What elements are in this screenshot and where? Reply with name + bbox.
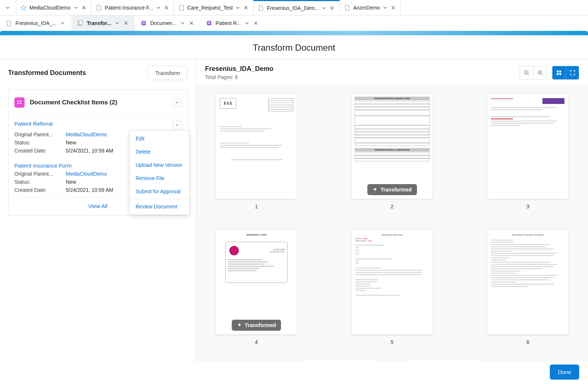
parent-link[interactable]: MediaCloudDemo: [66, 171, 107, 177]
top-tab-patient-insurance[interactable]: Patient Insurance F...: [92, 0, 174, 15]
document-title: Fresenius_IDA_Demo: [205, 65, 273, 73]
sub-tab-patient-r[interactable]: Patient R...: [200, 15, 265, 31]
field-label: Created Date:: [14, 187, 66, 193]
menu-delete[interactable]: Delete: [130, 145, 189, 158]
tab-label: MediaCloudDemo: [29, 5, 71, 11]
close-icon[interactable]: [189, 21, 194, 25]
svg-rect-10: [17, 103, 18, 104]
page-thumbnail-5[interactable]: Discharge Summary FacilityKaiser Patient…: [352, 230, 433, 334]
checklist-item-link[interactable]: Patient Referral: [14, 121, 53, 127]
close-icon[interactable]: [164, 6, 169, 10]
tab-label: Documen...: [150, 20, 177, 26]
parent-link[interactable]: MediaCloudDemo: [66, 132, 107, 137]
svg-rect-4: [143, 23, 145, 24]
checklist-collapse-button[interactable]: [173, 98, 182, 107]
date-value: 5/24/2021, 10:59 AM: [66, 148, 113, 154]
svg-rect-20: [559, 71, 561, 72]
sub-tab-document[interactable]: Documen...: [135, 15, 200, 31]
transform-button[interactable]: Transform: [147, 66, 188, 80]
top-tab-care-request[interactable]: Care_Request_Test: [174, 0, 254, 15]
menu-edit[interactable]: Edit: [130, 132, 189, 145]
app-menu-button[interactable]: [0, 0, 16, 15]
field-label: Status:: [14, 179, 66, 185]
close-icon[interactable]: [330, 6, 335, 10]
page-number: 3: [487, 203, 568, 209]
chevron-down-icon: [6, 6, 11, 10]
zoom-out-button[interactable]: [520, 66, 533, 79]
svg-rect-22: [559, 73, 561, 75]
field-label: Original Parent...: [14, 171, 66, 177]
chevron-down-icon[interactable]: [236, 6, 241, 10]
svg-rect-7: [208, 23, 210, 24]
checklist-item-menu-button[interactable]: [173, 121, 182, 129]
star-icon: [21, 5, 26, 11]
chevron-down-icon[interactable]: [115, 21, 120, 25]
page-thumbnail-1[interactable]: FAX: [216, 94, 297, 199]
chevron-down-icon[interactable]: [156, 6, 161, 10]
documents-icon: [77, 20, 83, 26]
chevron-down-icon[interactable]: [74, 6, 79, 10]
top-tab-anzmdemo[interactable]: AnzmDemo: [340, 0, 401, 15]
close-icon[interactable]: [124, 21, 129, 25]
checklist-title: Document Checklist Items (2): [30, 99, 117, 106]
zoom-tool-group: [520, 66, 547, 80]
tab-label: Patient R...: [216, 20, 241, 26]
tab-label: AnzmDemo: [353, 5, 380, 11]
sub-tab-fresenius[interactable]: Fresenius_IDA_...: [0, 15, 71, 31]
page-thumbnail-2[interactable]: PROVIDER REFERRAL REQUEST FORM PROVIDER …: [352, 94, 433, 199]
top-tab-mediaclouddemo[interactable]: MediaCloudDemo: [16, 0, 92, 15]
svg-rect-8: [17, 101, 18, 102]
menu-separator: [130, 199, 189, 199]
chevron-down-icon[interactable]: [60, 21, 65, 25]
grid-view-button[interactable]: [552, 66, 566, 79]
checklist-item: Patient Referral Edit Delete Upload New …: [8, 115, 187, 157]
sub-tab-transform[interactable]: Transfor...: [71, 15, 135, 31]
close-icon[interactable]: [391, 6, 396, 10]
transformed-badge: Transformed: [368, 184, 417, 195]
menu-review-document[interactable]: Review Document: [130, 200, 189, 213]
view-tool-group: [552, 66, 579, 80]
svg-line-13: [528, 74, 529, 75]
tab-label: Fresenius_IDA_Dem...: [267, 5, 319, 11]
transformed-badge: Transformed: [232, 320, 281, 331]
footer: Done: [0, 363, 588, 384]
date-value: 5/24/2021, 10:59 AM: [66, 187, 113, 193]
item-action-menu: Edit Delete Upload New Version Remove Fi…: [129, 130, 190, 215]
zoom-in-button[interactable]: [533, 66, 546, 79]
menu-remove-file[interactable]: Remove File: [130, 172, 189, 185]
tab-label: Transfor...: [87, 20, 111, 26]
close-icon[interactable]: [254, 21, 259, 25]
checklist-card: Document Checklist Items (2) Patient Ref…: [8, 90, 188, 215]
right-panel: Fresenius_IDA_Demo Total Pages: 8: [196, 59, 588, 362]
menu-submit-for-approval[interactable]: Submit for Approval: [130, 185, 189, 198]
chevron-down-icon[interactable]: [322, 6, 327, 10]
transformed-documents-title: Transformed Documents: [8, 69, 86, 77]
done-button[interactable]: Done: [550, 365, 579, 380]
record-icon: [206, 20, 212, 26]
chevron-down-icon[interactable]: [245, 21, 250, 25]
field-label: Created Date:: [14, 148, 66, 154]
status-value: New: [66, 179, 76, 185]
sparkle-icon: [373, 187, 378, 192]
chevron-down-icon[interactable]: [383, 6, 388, 10]
checklist-item-link[interactable]: Patient Insurance Form: [14, 162, 72, 169]
page-thumbnail-3[interactable]: [487, 94, 568, 199]
page-thumbnail-4[interactable]: INSURANCE CARD IN NETWORKCOVERAGE ONLY: [216, 230, 297, 334]
field-label: Status:: [14, 140, 66, 146]
expand-view-button[interactable]: [566, 66, 579, 79]
top-tab-fresenius[interactable]: Fresenius_IDA_Dem...: [254, 0, 340, 15]
tab-label: Patient Insurance F...: [105, 5, 153, 11]
page-number: 1: [216, 203, 297, 209]
close-icon[interactable]: [82, 6, 87, 10]
svg-rect-9: [19, 101, 22, 101]
document-icon: [344, 5, 350, 11]
menu-upload-new-version[interactable]: Upload New Version: [130, 158, 189, 172]
page-thumbnail-7[interactable]: [302, 360, 376, 362]
chevron-down-icon[interactable]: [180, 21, 186, 25]
record-icon: [141, 20, 147, 26]
page-thumbnail-8[interactable]: [409, 360, 482, 362]
page-thumbnail-6[interactable]: Discharge Summary Template: [487, 230, 568, 334]
close-icon[interactable]: [244, 6, 249, 10]
checklist-icon: [14, 97, 25, 108]
content-area: Transformed Documents Transform Document…: [0, 59, 588, 362]
